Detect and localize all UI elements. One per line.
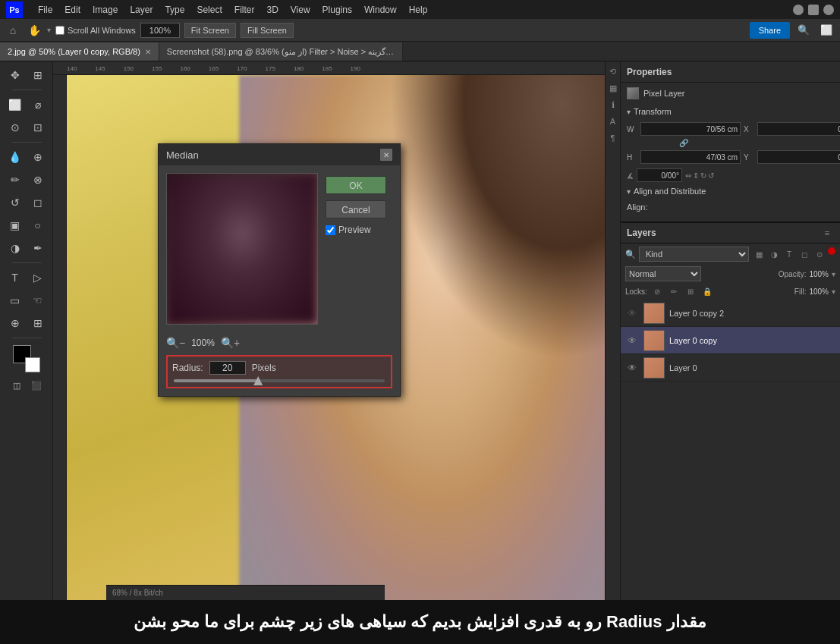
tab-active-document[interactable]: 2.jpg @ 50% (Layer 0 copy, RGB/8) ✕ (0, 42, 159, 61)
pen-tool[interactable]: ✒ (27, 237, 49, 259)
lock-pixels-icon[interactable]: ⊘ (650, 284, 664, 298)
layer-item-copy[interactable]: 👁 Layer 0 copy (621, 327, 840, 354)
menu-filter[interactable]: Filter (234, 5, 255, 15)
fit-screen-button[interactable]: Fit Screen (184, 23, 236, 38)
tab-inactive-document[interactable]: Screenshot (58).png @ 83/6% (از منو) Fil… (159, 42, 403, 61)
type-tool[interactable]: T (5, 267, 26, 288)
quick-mask-tool[interactable]: ◫ (8, 377, 25, 394)
layer-visibility-copy[interactable]: 👁 (625, 334, 639, 347)
move-tool[interactable]: ✥ (5, 64, 26, 86)
median-close-button[interactable]: ✕ (380, 149, 392, 161)
fill-dropdown-arrow[interactable]: ▾ (832, 287, 835, 296)
color-swatch[interactable] (13, 345, 40, 372)
layer-item-base[interactable]: 👁 Layer 0 (621, 354, 840, 382)
median-ok-button[interactable]: OK (326, 176, 386, 194)
close-btn[interactable] (823, 5, 834, 15)
filter-type-icon[interactable]: T (782, 247, 796, 261)
brush-tool[interactable]: ✏ (5, 169, 26, 190)
menu-edit[interactable]: Edit (64, 5, 80, 15)
eyedropper-tool[interactable]: 💧 (5, 146, 26, 168)
lock-artboards-icon[interactable]: ⊞ (684, 284, 697, 298)
layers-kind-dropdown[interactable]: Kind Name Effect Mode (639, 247, 749, 262)
blend-mode-dropdown[interactable]: Normal Multiply Screen Overlay (625, 266, 701, 281)
lock-all-icon[interactable]: 🔒 (700, 284, 714, 298)
layer-visibility-copy2[interactable]: 👁 (625, 306, 639, 320)
rot-cw-icon[interactable]: ↻ (700, 171, 706, 180)
layer-visibility-base[interactable]: 👁 (625, 361, 639, 375)
quick-select-tool[interactable]: ⊙ (5, 117, 26, 138)
transform-section-header[interactable]: ▾ Transform (621, 104, 840, 119)
blur-tool[interactable]: ○ (27, 215, 49, 236)
clone-stamp-tool[interactable]: ⊗ (27, 169, 49, 190)
rectangle-shape-tool[interactable]: ▭ (5, 290, 26, 311)
path-select-tool[interactable]: ▷ (27, 267, 49, 288)
angle-input[interactable] (637, 168, 682, 182)
rot-ccw-icon[interactable]: ↺ (708, 171, 714, 180)
x-input[interactable] (757, 122, 840, 136)
gradient-tool[interactable]: ▣ (5, 215, 26, 236)
menu-window[interactable]: Window (364, 5, 397, 15)
background-color[interactable] (25, 357, 40, 372)
rectangular-marquee-tool[interactable]: ⬜ (5, 94, 26, 115)
radius-slider-track[interactable] (174, 379, 385, 382)
arrange-icon[interactable]: ⬜ (817, 21, 835, 39)
extra-tool[interactable]: ⊞ (27, 313, 49, 334)
side-layers-icon[interactable]: ▦ (606, 81, 620, 95)
width-input[interactable] (640, 122, 741, 136)
side-info-icon[interactable]: ℹ (606, 98, 620, 112)
artboard-tool[interactable]: ⊞ (27, 64, 49, 86)
healing-brush-tool[interactable]: ⊕ (27, 146, 49, 168)
filter-adj-icon[interactable]: ◑ (767, 247, 781, 261)
zoom-tool[interactable]: ⊕ (5, 313, 26, 334)
flip-h-icon[interactable]: ⇔ (685, 171, 691, 180)
hand-tool[interactable]: ☜ (27, 290, 49, 311)
home-icon[interactable]: ⌂ (5, 22, 21, 39)
side-char-icon[interactable]: A (606, 115, 620, 128)
menu-layer[interactable]: Layer (130, 5, 153, 15)
layers-menu-icon[interactable]: ≡ (820, 226, 834, 240)
crop-tool[interactable]: ⊡ (27, 117, 49, 138)
filter-shape-icon[interactable]: ◻ (798, 247, 811, 261)
lasso-tool[interactable]: ⌀ (27, 94, 49, 115)
menu-type[interactable]: Type (165, 5, 184, 15)
hand-dropdown-arrow[interactable]: ▾ (47, 26, 51, 34)
minimize-btn[interactable] (793, 5, 804, 15)
side-history-icon[interactable]: ⟲ (606, 64, 620, 78)
side-para-icon[interactable]: ¶ (606, 131, 620, 145)
menu-select[interactable]: Select (197, 5, 222, 15)
zoom-in-icon[interactable]: 🔍+ (221, 337, 240, 349)
history-brush-tool[interactable]: ↺ (5, 192, 26, 213)
height-input[interactable] (640, 150, 741, 164)
fill-screen-button[interactable]: Fill Screen (241, 23, 294, 38)
menu-3d[interactable]: 3D (266, 5, 278, 15)
opacity-dropdown-arrow[interactable]: ▾ (832, 270, 835, 278)
menu-image[interactable]: Image (93, 5, 118, 15)
share-button[interactable]: Share (750, 22, 790, 39)
median-cancel-button[interactable]: Cancel (326, 200, 386, 218)
radius-input[interactable] (209, 361, 246, 375)
menu-plugins[interactable]: Plugins (322, 5, 352, 15)
search-icon[interactable]: 🔍 (794, 21, 813, 39)
dodge-tool[interactable]: ◑ (5, 237, 26, 259)
maximize-btn[interactable] (808, 5, 819, 15)
menu-help[interactable]: Help (409, 5, 428, 15)
zoom-input[interactable] (140, 23, 180, 38)
hand-tool-icon[interactable]: ✋ (26, 22, 42, 39)
eraser-tool[interactable]: ◻ (27, 192, 49, 213)
median-preview-checkbox[interactable] (326, 225, 335, 235)
align-distribute-header[interactable]: ▾ Align and Distribute (621, 184, 840, 199)
tab-close-1[interactable]: ✕ (145, 48, 151, 56)
filter-pixel-icon[interactable]: ▦ (752, 247, 766, 261)
flip-v-icon[interactable]: ⇕ (693, 171, 699, 180)
scroll-all-checkbox[interactable] (55, 26, 64, 35)
screen-mode-tool[interactable]: ⬛ (28, 377, 45, 394)
y-input[interactable] (757, 150, 840, 164)
lock-position-icon[interactable]: ✏ (667, 284, 681, 298)
menu-view[interactable]: View (291, 5, 310, 15)
menu-file[interactable]: File (38, 5, 52, 15)
filter-smart-icon[interactable]: ⊙ (813, 247, 826, 261)
layer-item-copy2[interactable]: 👁 Layer 0 copy 2 (621, 300, 840, 327)
filter-toggle-circle[interactable] (828, 247, 835, 255)
median-dialog-titlebar[interactable]: Median ✕ (159, 144, 400, 165)
zoom-out-icon[interactable]: 🔍− (166, 337, 185, 349)
